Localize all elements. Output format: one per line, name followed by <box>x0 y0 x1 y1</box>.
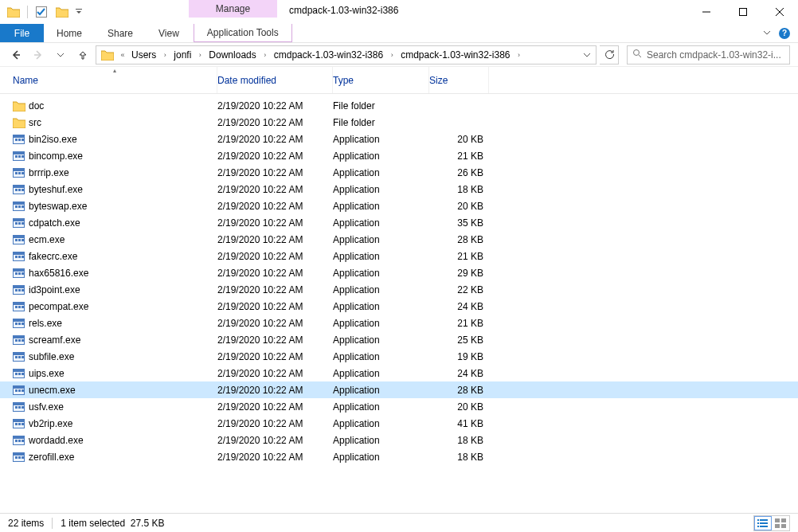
item-date: 2/19/2020 10:22 AM <box>217 117 333 128</box>
up-button[interactable] <box>73 45 92 65</box>
svg-rect-13 <box>760 522 768 524</box>
list-item[interactable]: src2/19/2020 10:22 AMFile folder <box>0 114 798 131</box>
status-selection: 1 item selected 27.5 KB <box>61 518 164 529</box>
forward-button[interactable] <box>29 45 48 65</box>
item-date: 2/19/2020 10:22 AM <box>217 234 333 245</box>
item-date: 2/19/2020 10:22 AM <box>217 418 333 429</box>
close-button[interactable] <box>761 0 798 24</box>
column-header-date[interactable]: Date modified <box>217 67 333 93</box>
tab-application-tools[interactable]: Application Tools <box>194 24 292 42</box>
column-header-type[interactable]: Type <box>333 67 429 93</box>
back-button[interactable] <box>6 45 25 65</box>
tab-share[interactable]: Share <box>95 24 146 42</box>
item-name: doc <box>29 100 217 111</box>
item-type: Application <box>333 134 429 145</box>
address-folder-icon <box>98 46 117 64</box>
thumbnails-view-button[interactable] <box>772 516 789 530</box>
application-icon <box>13 151 29 161</box>
item-type: Application <box>333 401 429 413</box>
list-item[interactable]: id3point.exe2/19/2020 10:22 AMApplicatio… <box>0 281 798 298</box>
list-item[interactable]: rels.exe2/19/2020 10:22 AMApplication21 … <box>0 315 798 331</box>
list-item[interactable]: ecm.exe2/19/2020 10:22 AMApplication28 K… <box>0 231 798 248</box>
minimize-button[interactable] <box>688 0 725 24</box>
application-icon <box>13 268 29 278</box>
application-icon <box>13 352 29 362</box>
qat-properties-button[interactable] <box>33 3 50 21</box>
details-view-button[interactable] <box>754 516 772 530</box>
tab-view[interactable]: View <box>146 24 192 42</box>
list-item[interactable]: screamf.exe2/19/2020 10:22 AMApplication… <box>0 331 798 348</box>
list-item[interactable]: subfile.exe2/19/2020 10:22 AMApplication… <box>0 348 798 365</box>
item-size: 28 KB <box>429 385 483 396</box>
item-size: 21 KB <box>429 318 483 329</box>
svg-rect-10 <box>757 519 759 521</box>
column-header-size[interactable]: Size <box>429 67 489 93</box>
tab-file[interactable]: File <box>0 24 44 42</box>
item-size: 28 KB <box>429 234 483 245</box>
address-bar[interactable]: « Users›jonfi›Downloads›cmdpack-1.03-win… <box>96 45 597 65</box>
maximize-button[interactable] <box>725 0 761 24</box>
list-item[interactable]: unecm.exe2/19/2020 10:22 AMApplication28… <box>0 381 798 398</box>
list-item[interactable]: fakecrc.exe2/19/2020 10:22 AMApplication… <box>0 248 798 264</box>
breadcrumb-segment[interactable]: Users <box>128 46 159 64</box>
list-item[interactable]: zerofill.exe2/19/2020 10:22 AMApplicatio… <box>0 448 798 465</box>
recent-locations-button[interactable] <box>51 45 70 65</box>
list-item[interactable]: hax65816.exe2/19/2020 10:22 AMApplicatio… <box>0 264 798 281</box>
item-size: 19 KB <box>429 351 483 362</box>
window-controls <box>688 0 798 24</box>
item-date: 2/19/2020 10:22 AM <box>217 301 333 312</box>
chevron-right-icon[interactable]: › <box>159 46 170 64</box>
svg-point-8 <box>634 50 640 56</box>
list-item[interactable]: uips.exe2/19/2020 10:22 AMApplication24 … <box>0 365 798 381</box>
item-type: Application <box>333 234 429 245</box>
sort-indicator-icon: ▴ <box>113 67 116 74</box>
file-list: doc2/19/2020 10:22 AMFile foldersrc2/19/… <box>0 94 798 465</box>
chevron-right-icon[interactable]: › <box>386 46 397 64</box>
qat-newfolder-button[interactable] <box>53 3 71 21</box>
item-size: 18 KB <box>429 435 483 446</box>
qat-customize-dropdown[interactable] <box>74 3 84 21</box>
column-headers: Name ▴ Date modified Type Size <box>0 67 798 94</box>
application-icon <box>13 335 29 345</box>
breadcrumb-prefix[interactable]: « <box>117 46 128 64</box>
item-date: 2/19/2020 10:22 AM <box>217 201 333 212</box>
refresh-button[interactable] <box>600 45 619 65</box>
list-item[interactable]: byteswap.exe2/19/2020 10:22 AMApplicatio… <box>0 198 798 214</box>
svg-line-9 <box>639 55 641 57</box>
item-date: 2/19/2020 10:22 AM <box>217 401 333 413</box>
tab-home[interactable]: Home <box>44 24 95 42</box>
address-dropdown-button[interactable] <box>580 51 594 59</box>
column-header-name[interactable]: Name ▴ <box>13 67 217 93</box>
list-item[interactable]: bin2iso.exe2/19/2020 10:22 AMApplication… <box>0 131 798 147</box>
breadcrumb-segment[interactable]: cmdpack-1.03-win32-i386 <box>271 46 386 64</box>
svg-rect-14 <box>757 526 759 527</box>
list-item[interactable]: pecompat.exe2/19/2020 10:22 AMApplicatio… <box>0 298 798 315</box>
list-item[interactable]: wordadd.exe2/19/2020 10:22 AMApplication… <box>0 432 798 448</box>
chevron-right-icon[interactable]: › <box>514 46 525 64</box>
window-title: cmdpack-1.03-win32-i386 <box>289 5 398 16</box>
item-size: 21 KB <box>429 251 483 262</box>
context-tab-manage[interactable]: Manage <box>189 0 277 18</box>
chevron-right-icon[interactable]: › <box>194 46 205 64</box>
search-input[interactable]: Search cmdpack-1.03-win32-i... <box>627 45 790 65</box>
list-item[interactable]: bincomp.exe2/19/2020 10:22 AMApplication… <box>0 147 798 164</box>
list-item[interactable]: vb2rip.exe2/19/2020 10:22 AMApplication4… <box>0 415 798 432</box>
list-item[interactable]: usfv.exe2/19/2020 10:22 AMApplication20 … <box>0 398 798 415</box>
folder-icon <box>13 100 29 111</box>
svg-rect-18 <box>775 524 780 528</box>
breadcrumb-segment[interactable]: Downloads <box>205 46 259 64</box>
breadcrumb-segment[interactable]: cmdpack-1.03-win32-i386 <box>397 46 513 64</box>
list-item[interactable]: cdpatch.exe2/19/2020 10:22 AMApplication… <box>0 214 798 231</box>
status-item-count: 22 items <box>8 518 44 529</box>
item-type: Application <box>333 435 429 446</box>
chevron-right-icon[interactable]: › <box>260 46 271 64</box>
breadcrumb-segment[interactable]: jonfi <box>170 46 194 64</box>
list-item[interactable]: byteshuf.exe2/19/2020 10:22 AMApplicatio… <box>0 181 798 198</box>
help-button[interactable]: ? <box>779 28 790 39</box>
application-icon <box>13 436 29 445</box>
list-item[interactable]: doc2/19/2020 10:22 AMFile folder <box>0 97 798 114</box>
app-icon <box>5 3 22 21</box>
expand-ribbon-button[interactable] <box>763 28 771 39</box>
list-item[interactable]: brrrip.exe2/19/2020 10:22 AMApplication2… <box>0 164 798 181</box>
svg-rect-19 <box>781 524 786 528</box>
